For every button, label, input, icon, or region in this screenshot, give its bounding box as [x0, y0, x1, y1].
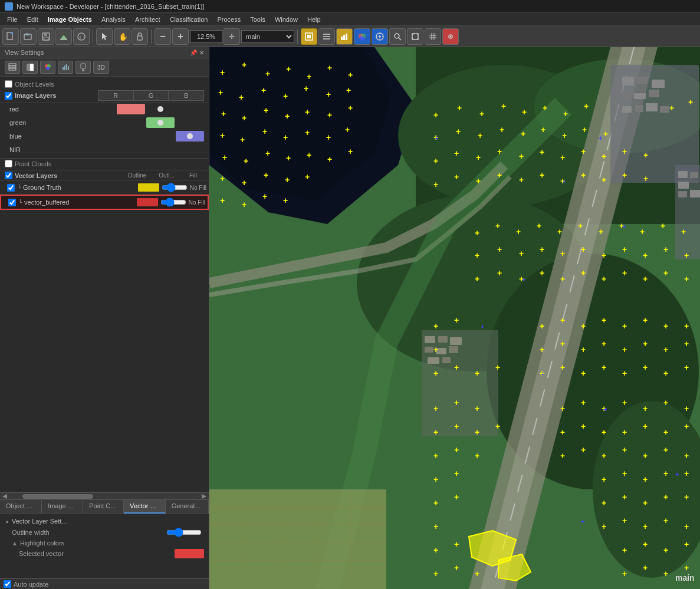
list-btn[interactable]	[318, 28, 335, 45]
object-levels-check[interactable]	[5, 80, 12, 88]
highlight-colors-label: Highlight colors	[20, 539, 204, 547]
ground-truth-label: Ground Truth	[23, 184, 138, 191]
zoom-out-btn[interactable]: −	[155, 28, 171, 45]
svg-rect-91	[209, 489, 386, 589]
export-btn[interactable]	[55, 28, 72, 45]
map-area[interactable]: +++ +++ +++ +++ ++ +++ +++ + +++ +++ + +…	[209, 47, 700, 589]
menu-image-objects[interactable]: Image Objects	[43, 15, 97, 24]
svg-text:+: +	[475, 427, 479, 437]
svg-text:✋: ✋	[119, 32, 127, 41]
outline-width-slider[interactable]	[166, 528, 202, 537]
svg-rect-69	[622, 91, 631, 98]
vector-layers-section: Vector Layers Outline Outl... Fill └ Gro…	[0, 170, 209, 210]
pan-btn[interactable]: ✋	[114, 28, 130, 45]
selected-vector-color[interactable]	[175, 549, 204, 558]
histogram-btn[interactable]	[336, 28, 353, 45]
svg-text:+: +	[497, 170, 502, 180]
svg-rect-57	[209, 47, 700, 589]
vector-buffered-row[interactable]: └ vector_buffered No Fill	[0, 195, 209, 210]
bookmark-btn[interactable]	[372, 28, 388, 45]
zoom-input[interactable]	[190, 30, 222, 43]
point-clouds-label: Point Clouds	[15, 160, 51, 167]
h-scroll-thumb[interactable]	[22, 494, 93, 499]
svg-text:+: +	[622, 345, 627, 354]
vector-layers-check[interactable]	[5, 172, 12, 179]
svg-text:+: +	[540, 368, 544, 378]
vb-outline-slider[interactable]	[160, 198, 186, 207]
tab-image-layers[interactable]: Image La...	[42, 500, 83, 514]
menu-process[interactable]: Process	[212, 15, 245, 24]
zoom-in-btn[interactable]: +	[172, 28, 189, 45]
svg-text:+: +	[286, 64, 291, 74]
menu-tools[interactable]: Tools	[245, 15, 270, 24]
svg-text:+: +	[663, 268, 668, 278]
menu-analysis[interactable]: Analysis	[97, 15, 130, 24]
tab-point-clouds[interactable]: Point Clo...	[83, 500, 124, 514]
gt-outline-color[interactable]	[138, 183, 159, 192]
new-workspace-btn[interactable]	[2, 28, 19, 45]
svg-text:+: +	[222, 153, 227, 162]
h-scrollbar[interactable]	[0, 492, 209, 499]
svg-text:+: +	[560, 451, 565, 460]
rgb-btn[interactable]	[354, 28, 370, 45]
navigate-btn[interactable]: ✛	[224, 28, 240, 45]
vb-check[interactable]	[8, 199, 16, 206]
vs-close-btn[interactable]: ✕	[199, 50, 204, 56]
grayscale-btn[interactable]	[22, 61, 38, 74]
layer-red-swatch[interactable]	[117, 104, 145, 114]
menu-architect[interactable]: Architect	[130, 15, 165, 24]
svg-text:+: +	[454, 422, 459, 431]
menu-help[interactable]: Help	[303, 15, 326, 24]
gt-outline-slider[interactable]	[162, 183, 188, 192]
tab-vector-layers[interactable]: Vector La...	[124, 500, 166, 514]
import-btn[interactable]: i	[73, 28, 90, 45]
image-layers-check[interactable]	[5, 92, 12, 100]
settings-btn[interactable]	[442, 28, 459, 45]
add-layer-btn[interactable]	[75, 61, 91, 74]
auto-update-check[interactable]	[4, 580, 11, 588]
svg-text:+: +	[622, 516, 627, 525]
layer-blue-b[interactable]	[176, 131, 204, 142]
search-btn[interactable]	[389, 28, 406, 45]
tab-general-settings[interactable]: General S...	[166, 500, 209, 514]
svg-text:+: +	[435, 134, 438, 142]
save-btn[interactable]	[38, 28, 54, 45]
menu-classification[interactable]: Classification	[165, 15, 213, 24]
cursor-btn[interactable]	[96, 28, 113, 45]
color-btn[interactable]	[40, 61, 55, 74]
toolbar: i ✋ − + ✛ main	[0, 26, 700, 47]
menu-file[interactable]: File	[2, 15, 22, 24]
layer-green-name: green	[9, 119, 117, 126]
zoom-fit-btn[interactable]	[407, 28, 423, 45]
open-btn[interactable]	[20, 28, 37, 45]
svg-text:+: +	[603, 129, 608, 139]
layer-green-g[interactable]	[146, 117, 175, 128]
grid-btn[interactable]	[425, 28, 441, 45]
ground-truth-check[interactable]	[7, 184, 15, 192]
svg-text:+: +	[663, 398, 668, 407]
view-dropdown[interactable]: main	[241, 30, 294, 43]
vs-controls: 📌 ✕	[190, 50, 204, 56]
svg-text:+: +	[454, 539, 459, 549]
svg-rect-71	[649, 90, 659, 97]
svg-text:+: +	[540, 170, 544, 180]
col-r: R	[98, 91, 134, 101]
svg-text:+: +	[540, 245, 544, 254]
view-3d-btn[interactable]: 3D	[93, 61, 109, 74]
vs-pin-btn[interactable]: 📌	[190, 50, 197, 56]
menu-edit[interactable]: Edit	[22, 15, 43, 24]
enhance-btn[interactable]	[58, 61, 73, 74]
svg-text:+: +	[454, 149, 459, 158]
svg-text:+: +	[475, 451, 479, 460]
layers-view-btn[interactable]	[5, 61, 20, 74]
layer-nir-g	[146, 144, 175, 155]
point-clouds-check[interactable]	[5, 160, 12, 167]
vb-outline-color[interactable]	[137, 198, 158, 206]
tab-object-levels[interactable]: Object Le...	[0, 500, 42, 514]
overview-btn[interactable]	[301, 28, 317, 45]
lock-btn[interactable]	[132, 28, 148, 45]
menu-window[interactable]: Window	[270, 15, 303, 24]
svg-text:+: +	[327, 154, 332, 164]
svg-text:+: +	[622, 223, 626, 230]
svg-text:+: +	[285, 111, 290, 121]
